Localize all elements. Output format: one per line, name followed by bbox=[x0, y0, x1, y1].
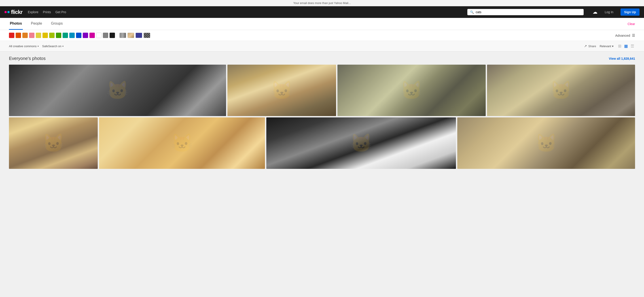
justified-view-button[interactable]: ▦ bbox=[623, 43, 629, 49]
clear-button[interactable]: Clear bbox=[628, 22, 635, 26]
warm-tone-swatch[interactable] bbox=[128, 33, 134, 38]
grid-pattern-swatch[interactable] bbox=[136, 33, 142, 38]
login-link[interactable]: Log In bbox=[605, 10, 613, 14]
cyan-swatch[interactable] bbox=[69, 33, 75, 38]
yellow-light-swatch[interactable] bbox=[36, 33, 41, 38]
photo-item[interactable]: 🐱 bbox=[9, 118, 98, 169]
magenta-swatch[interactable] bbox=[90, 33, 95, 38]
red-swatch[interactable] bbox=[9, 33, 14, 38]
upload-button[interactable]: ☁ bbox=[592, 9, 598, 15]
top-nav: flickr Explore Prints Get Pro 🔍 ☁ Log In… bbox=[0, 6, 644, 18]
dot-pink bbox=[4, 11, 7, 13]
view-buttons: ⊞ ▦ ☰ bbox=[617, 43, 635, 49]
section-header: Everyone's photos View all 1,828,641 bbox=[9, 56, 635, 61]
chevron-down-icon: ▾ bbox=[612, 44, 614, 48]
chevron-down-icon: ▾ bbox=[62, 45, 64, 48]
logo-dots bbox=[4, 11, 10, 13]
chevron-down-icon: ▾ bbox=[38, 45, 39, 48]
grid-view-button[interactable]: ⊞ bbox=[617, 43, 622, 49]
banner-notice: Your email does more than just Yahoo Mai… bbox=[0, 0, 644, 6]
diagonal-pattern-swatch[interactable] bbox=[144, 33, 150, 38]
photo-item[interactable]: 🐱 bbox=[487, 65, 635, 116]
tab-photos[interactable]: Photos bbox=[9, 18, 23, 30]
green-swatch[interactable] bbox=[56, 33, 61, 38]
creative-commons-filter[interactable]: All creative commons ▾ bbox=[9, 44, 39, 48]
photo-item[interactable]: 🐱 bbox=[99, 118, 265, 169]
gray-swatch[interactable] bbox=[103, 33, 108, 38]
gray-tone-swatch[interactable] bbox=[120, 33, 126, 38]
section-title: Everyone's photos bbox=[9, 56, 46, 61]
nav-get-pro[interactable]: Get Pro bbox=[56, 10, 66, 14]
dot-blue bbox=[8, 11, 10, 13]
filter-right: ↗ Share Relevant ▾ ⊞ ▦ ☰ bbox=[584, 43, 635, 49]
share-button[interactable]: ↗ Share bbox=[584, 44, 596, 48]
filter-bar: All creative commons ▾ SafeSearch on ▾ ↗… bbox=[0, 41, 644, 52]
photo-count: 1,828,641 bbox=[621, 57, 635, 60]
black-swatch[interactable] bbox=[110, 33, 115, 38]
photo-item[interactable]: 🐱 bbox=[228, 65, 336, 116]
search-icon: 🔍 bbox=[470, 10, 474, 14]
color-filter-bar: Advanced ☰ bbox=[0, 30, 644, 41]
photo-item[interactable]: 🐱 bbox=[338, 65, 486, 116]
photo-item[interactable]: 🐱 bbox=[266, 118, 456, 169]
tabs: Photos People Groups bbox=[9, 18, 64, 30]
photo-item[interactable]: 🐱 bbox=[457, 118, 635, 169]
nav-explore[interactable]: Explore bbox=[28, 10, 38, 14]
logo-text: flickr bbox=[11, 9, 22, 15]
tab-groups[interactable]: Groups bbox=[50, 18, 64, 30]
yellow-green-swatch[interactable] bbox=[49, 33, 54, 38]
list-view-button[interactable]: ☰ bbox=[630, 43, 635, 49]
nav-links: Explore Prints Get Pro bbox=[28, 10, 66, 14]
color-swatches bbox=[9, 33, 115, 38]
orange-swatch[interactable] bbox=[22, 33, 28, 38]
orange-red-swatch[interactable] bbox=[16, 33, 21, 38]
photo-row: 🐱 🐱 🐱 🐱 bbox=[9, 65, 635, 116]
photo-item[interactable]: 🐱 bbox=[9, 65, 226, 116]
yellow-swatch[interactable] bbox=[42, 33, 48, 38]
sort-button[interactable]: Relevant ▾ bbox=[600, 44, 614, 48]
search-input[interactable] bbox=[476, 10, 581, 14]
purple-swatch[interactable] bbox=[83, 33, 88, 38]
safe-search-filter[interactable]: SafeSearch on ▾ bbox=[42, 44, 64, 48]
photo-row: 🐱 🐱 🐱 🐱 bbox=[9, 118, 635, 169]
share-icon: ↗ bbox=[584, 44, 587, 48]
texture-swatches bbox=[120, 33, 150, 38]
photo-grid: 🐱 🐱 🐱 🐱 🐱 🐱 🐱 🐱 bbox=[9, 65, 635, 169]
lines-icon: ☰ bbox=[632, 33, 635, 38]
white-swatch[interactable] bbox=[96, 33, 102, 38]
secondary-nav: Photos People Groups Clear bbox=[0, 18, 644, 30]
logo-area: flickr bbox=[4, 9, 22, 15]
tab-people[interactable]: People bbox=[30, 18, 43, 30]
search-bar: 🔍 bbox=[467, 9, 584, 15]
blue-swatch[interactable] bbox=[76, 33, 82, 38]
pink-swatch[interactable] bbox=[29, 33, 34, 38]
main-content: Everyone's photos View all 1,828,641 🐱 🐱… bbox=[0, 52, 644, 173]
view-all-link[interactable]: View all 1,828,641 bbox=[609, 57, 635, 60]
teal-swatch[interactable] bbox=[62, 33, 68, 38]
signup-button[interactable]: Sign Up bbox=[620, 8, 640, 16]
advanced-button[interactable]: Advanced ☰ bbox=[615, 33, 635, 38]
nav-prints[interactable]: Prints bbox=[43, 10, 51, 14]
